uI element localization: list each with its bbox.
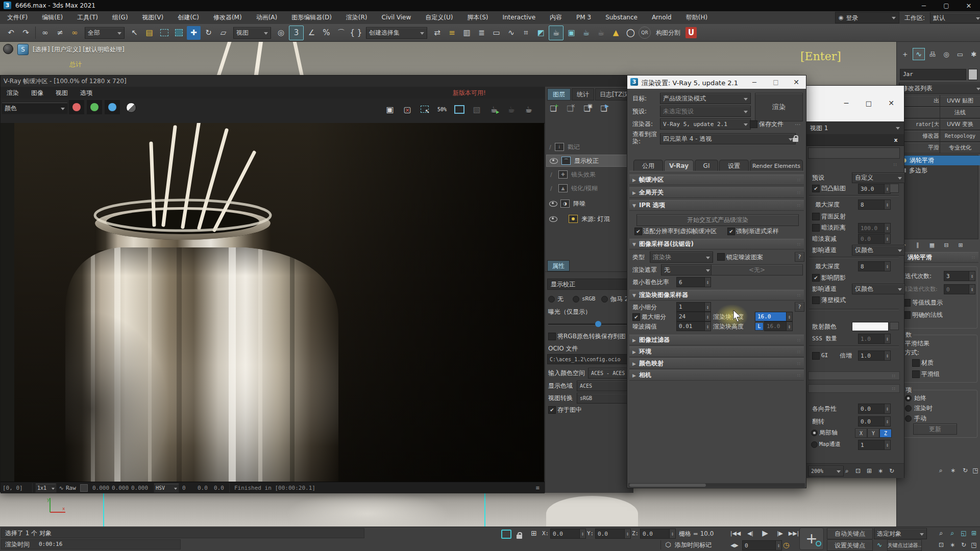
mat-pan-icon[interactable]: ∗ bbox=[875, 466, 886, 476]
vfb-menu-image[interactable]: 图像 bbox=[25, 89, 50, 96]
axis-y-button[interactable]: Y bbox=[867, 429, 879, 438]
tab-modify-icon[interactable]: ∿ bbox=[913, 48, 925, 60]
dim-falloff-field[interactable]: 0.0▲▼ bbox=[858, 234, 891, 244]
modifier-button-uvw-xform[interactable]: UVW 变换 bbox=[940, 118, 980, 130]
zoom-extents-all-icon[interactable]: ⊞ bbox=[969, 528, 979, 538]
render-icon[interactable]: ☕ bbox=[521, 101, 536, 117]
vfb-mode-select[interactable]: HSV bbox=[154, 483, 179, 493]
affect-channels2-select[interactable]: 仅颜色 bbox=[852, 284, 905, 294]
sampler-help-button[interactable]: ? bbox=[795, 252, 804, 262]
dim-distance-field[interactable]: 100.0▲▼ bbox=[858, 223, 891, 233]
use-center-icon[interactable]: ◎ bbox=[274, 26, 288, 40]
radio-srgb[interactable] bbox=[573, 296, 579, 303]
layer-row-stamp[interactable]: ∕ i 戳记 bbox=[546, 141, 633, 153]
min-shading-field[interactable]: 6▲▼ bbox=[676, 277, 711, 287]
visibility-icon[interactable] bbox=[550, 158, 558, 164]
vfb-menu-options[interactable]: 选项 bbox=[74, 89, 99, 96]
save-rgb-checkbox[interactable] bbox=[548, 333, 556, 340]
tab-hierarchy-icon[interactable]: 品 bbox=[926, 48, 939, 60]
tab-vray[interactable]: V-Ray bbox=[664, 160, 694, 171]
render-production-icon[interactable]: ☕ bbox=[579, 26, 593, 40]
renderer-select[interactable]: V-Ray 5, update 2.1 bbox=[660, 118, 751, 130]
vfb-menu-view[interactable]: 视图 bbox=[50, 89, 74, 96]
layer-row-source[interactable]: 来源: 灯混 bbox=[546, 213, 633, 225]
move-icon[interactable]: ✚ bbox=[187, 26, 201, 40]
vfb-update-notice[interactable]: 新版本可用! bbox=[453, 89, 486, 96]
zoom-icon[interactable]: ⌕ bbox=[936, 528, 946, 538]
rollout-image-filter[interactable]: ▶图像过滤器∷ bbox=[629, 335, 804, 345]
update-always-radio[interactable] bbox=[905, 395, 912, 402]
y-field[interactable]: 0.0▲▼ bbox=[595, 529, 631, 539]
layer-name-field[interactable]: 显示校正 bbox=[547, 279, 631, 290]
exposure-slider-handle[interactable] bbox=[595, 321, 601, 327]
bump-checkbox[interactable]: ✔ bbox=[812, 185, 820, 192]
smoothing-group-checkbox[interactable] bbox=[912, 370, 920, 378]
panel-orbit-icon[interactable]: ↻ bbox=[960, 465, 970, 475]
close-icon[interactable]: ✕ bbox=[787, 76, 806, 89]
bucket-width-field[interactable]: 16.0▲▼ bbox=[755, 312, 793, 321]
render-iterations-field[interactable]: 0▲▼ bbox=[944, 284, 975, 294]
close-icon[interactable]: ✕ bbox=[884, 97, 899, 109]
rotate-icon[interactable]: ↻ bbox=[202, 26, 215, 40]
menu-pm3[interactable]: PM 3 bbox=[569, 11, 598, 24]
preset-select[interactable]: 自定义 bbox=[852, 172, 905, 183]
affect-shadows-checkbox[interactable]: ✔ bbox=[812, 274, 820, 282]
bake-checkbox[interactable]: ✔ bbox=[548, 406, 556, 414]
viewport-label[interactable]: [选择] [用户定义] [默认明暗处理] bbox=[33, 46, 125, 53]
scatter-map-button[interactable] bbox=[890, 322, 899, 330]
menu-civil-view[interactable]: Civil View bbox=[375, 11, 419, 24]
tab-motion-icon[interactable]: ◎ bbox=[940, 48, 952, 60]
menu-modifiers[interactable]: 修改器(M) bbox=[206, 11, 249, 24]
snap-toggle-icon[interactable]: 3 bbox=[289, 26, 304, 40]
menu-arnold[interactable]: Arnold bbox=[645, 11, 679, 24]
rollout-image-sampler[interactable]: ▼图像采样器(抗锯齿)∷ bbox=[629, 239, 804, 249]
mat-zoom-icon[interactable]: ⌕ bbox=[842, 466, 852, 476]
rect-region-icon[interactable] bbox=[157, 26, 171, 40]
next-frame-icon[interactable]: |▶ bbox=[774, 528, 786, 538]
gi-checkbox[interactable] bbox=[812, 352, 820, 360]
render-dim-icon[interactable]: ☕ bbox=[504, 101, 519, 117]
toggle-layer-explorer-icon[interactable]: ≣ bbox=[475, 26, 488, 40]
mirror-icon[interactable]: ⇄ bbox=[430, 26, 444, 40]
bind-space-warp-icon[interactable]: ∞ bbox=[68, 26, 82, 40]
thin-wall-checkbox[interactable] bbox=[812, 296, 820, 304]
modifier-button-normal[interactable]: 法线 bbox=[940, 107, 980, 118]
rollout-color-mapping[interactable]: ▶颜色映射∷ bbox=[629, 358, 804, 369]
dialog-hscrollbar[interactable] bbox=[628, 483, 805, 487]
tab-create-icon[interactable]: ＋ bbox=[899, 48, 911, 60]
max-depth2-field[interactable]: 8▲▼ bbox=[858, 261, 891, 271]
login-button[interactable]: ◉ 登录 bbox=[835, 12, 899, 23]
qr-tool-icon[interactable]: QR bbox=[639, 27, 651, 39]
delete-layer-icon[interactable]: ❏✕ bbox=[564, 103, 576, 114]
render-setup-icon[interactable]: ☕ bbox=[549, 26, 564, 40]
bucket-height-field[interactable]: 16.0▲▼ bbox=[764, 321, 793, 331]
menu-graph-editors[interactable]: 图形编辑器(D) bbox=[284, 11, 339, 24]
layer-row-lens-effects[interactable]: ∕ ✚ 镜头效果 bbox=[546, 168, 633, 181]
minimize-icon[interactable]: ─ bbox=[839, 97, 854, 109]
exposure-slider[interactable] bbox=[548, 323, 631, 325]
update-render-radio[interactable] bbox=[905, 405, 912, 412]
close-icon[interactable]: ✕ bbox=[958, 0, 980, 11]
tab-render-elements[interactable]: Render Elements bbox=[750, 160, 803, 171]
map-channel-field[interactable]: 1▲▼ bbox=[858, 440, 891, 450]
blue-channel-button[interactable] bbox=[105, 100, 120, 114]
percent-snap-icon[interactable]: % bbox=[320, 26, 333, 40]
rollout-bucket-sampler[interactable]: ▼渲染块图像采样器∷ bbox=[629, 290, 804, 300]
maximize-icon[interactable]: ▢ bbox=[935, 0, 958, 11]
align-icon[interactable]: ≡ bbox=[445, 26, 459, 40]
walk-through-icon[interactable]: ∗ bbox=[947, 540, 958, 550]
flip-field[interactable]: 0.0▲▼ bbox=[858, 416, 891, 427]
tab-gi[interactable]: GI bbox=[695, 160, 718, 171]
menu-substance[interactable]: Substance bbox=[598, 11, 645, 24]
time-tag-icon[interactable]: ⬡ bbox=[664, 540, 673, 549]
layer-row-sharpen-blur[interactable]: ∕ ▲ 锐化/模糊 bbox=[546, 182, 633, 194]
rollout-global-switches[interactable]: ▶全局开关∷ bbox=[629, 187, 804, 198]
prev-frame-icon[interactable]: ◀| bbox=[744, 528, 756, 538]
key-target-select[interactable]: 选定对象 bbox=[874, 528, 927, 539]
menu-help[interactable]: 帮助(H) bbox=[679, 11, 715, 24]
mat-orbit-icon[interactable]: ↻ bbox=[887, 466, 897, 476]
clear-image-icon[interactable]: ▢✕ bbox=[400, 101, 415, 117]
dialog-titlebar[interactable]: 3 渲染设置: V-Ray 5, update 2.1 ─ □ ✕ bbox=[627, 76, 806, 89]
edit-named-selection-icon[interactable]: { } bbox=[349, 26, 363, 40]
key-curve-icon[interactable]: ∿ bbox=[874, 540, 885, 550]
